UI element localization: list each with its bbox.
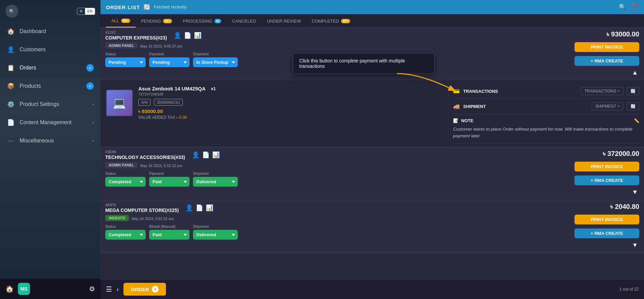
tab-processing-badge: 42 [214, 19, 221, 23]
tab-pending-badge: 99+ [163, 19, 172, 23]
collapse-button-3[interactable]: ▼ [631, 240, 639, 250]
product-sn-badge[interactable]: S/N [138, 99, 150, 106]
search-button[interactable]: 🔍 [5, 5, 18, 18]
product-qty-1: x1 [211, 86, 216, 91]
shipment-label-1: Shipment [193, 52, 238, 56]
topbar-title: ORDER LIST [106, 4, 140, 10]
sidebar-item-products[interactable]: 📦 Products + [0, 77, 101, 95]
back-icon[interactable]: ‹ [117, 286, 119, 293]
sidebar-item-miscellaneous[interactable]: ⋯ Miscellaneous › [0, 132, 101, 150]
sidebar-item-label: Products [20, 83, 41, 89]
chevron-right-icon-2: › [92, 120, 94, 125]
sidebar-item-label: Customers [20, 47, 46, 53]
note-icon: 📝 [453, 118, 458, 123]
tab-under-review[interactable]: UNDER REVIEW [261, 15, 306, 27]
shipment-select-2[interactable]: Delivered In Store Pickup [193, 177, 238, 187]
order-tag-2: ADMIN PANEL [105, 162, 138, 168]
tabbar: ALL 99+ PENDING 99+ PROCESSING 42 CANCEL… [101, 14, 644, 28]
shipment-select-3[interactable]: Delivered In Store Pickup [193, 230, 238, 240]
order-user-icon-3: 👤 [186, 204, 193, 212]
tab-all[interactable]: ALL 99+ [106, 14, 136, 28]
note-edit-button[interactable]: ✏️ [634, 118, 639, 123]
order-card-3: #A975 MEGA COMPUTER STORE(#225) 👤 📄 📊 WE… [101, 200, 644, 253]
tab-all-label: ALL [111, 18, 119, 23]
sidebar-item-content-management[interactable]: 📄 Content Management › [0, 113, 101, 132]
tab-processing[interactable]: PROCESSING 42 [177, 15, 227, 27]
payment-select-3[interactable]: Paid Pending [149, 230, 190, 240]
order-card-2: #3E89 TECHNOLOGY ACCESSORIES(#33) 👤 📄 📊 … [101, 147, 644, 200]
status-select-2[interactable]: Completed Pending [105, 177, 146, 187]
refresh-icon[interactable]: 🔄 [143, 4, 151, 11]
rma-create-button-1[interactable]: + RMA CREATE [575, 56, 639, 66]
order-tag-1: ADMIN PANEL [105, 43, 138, 49]
order-plus-icon: + [152, 286, 159, 293]
transactions-refresh-button[interactable]: 🔄 [627, 87, 639, 95]
order-button[interactable]: ORDER + [123, 283, 166, 296]
order-date-3: May 16 2023, 3:01:31 am [132, 217, 174, 221]
note-title-text: NOTE [461, 118, 473, 123]
order-right-panel-1: 💳 TRANSACTIONS TRANSACTIONS + 🔄 🚚 SHIPME… [448, 80, 644, 147]
truck-icon: 🚚 [453, 103, 460, 110]
print-invoice-button-1[interactable]: PRINT INVOICE [575, 42, 639, 52]
order-name-1: COMPUTER EXPRESS(#23) [105, 35, 167, 40]
order-date-2: May 18 2023, 5:52:12 pm [140, 164, 183, 168]
tab-pending-label: PENDING [141, 19, 161, 24]
orders-icon: 📋 [7, 64, 15, 72]
tab-canceled[interactable]: CANCELED [227, 15, 261, 27]
sidebar-item-dashboard[interactable]: 🏠 Dashboard [0, 22, 101, 40]
sidebar-item-label: Miscellaneous [20, 138, 54, 144]
order-chart-icon-1: 📊 [194, 32, 201, 39]
tab-all-badge: 99+ [121, 19, 130, 23]
search-icon: 🔍 [9, 9, 15, 14]
collapse-button-1[interactable]: ▲ [631, 68, 639, 78]
product-settings-icon: ⚙️ [7, 101, 15, 108]
rma-create-button-2[interactable]: + RMA CREATE [575, 175, 639, 185]
collapse-button-2[interactable]: ▼ [631, 187, 639, 197]
help-icon[interactable]: ❓ [631, 3, 639, 11]
product-vat-1: VALUE ADDED TAX ৳ 0.00 [138, 115, 443, 120]
product-name-1: Asus Zenbook 14 UM425QA [138, 86, 205, 91]
tab-completed[interactable]: COMPLETED 99+ [306, 15, 356, 27]
bottom-home-icon[interactable]: 🏠 [5, 285, 14, 293]
print-invoice-button-2[interactable]: PRINT INVOICE [575, 162, 639, 171]
sidebar-item-orders[interactable]: 📋 Orders + [0, 59, 101, 77]
note-text: Customer wants to place Order without pa… [453, 126, 639, 139]
order-amount-1: ৳ 93000.00 [607, 30, 639, 38]
hamburger-icon[interactable]: ☰ [106, 285, 112, 293]
order-row-3: #A975 MEGA COMPUTER STORE(#225) 👤 📄 📊 WE… [101, 200, 644, 253]
main-content: ORDER LIST 🔄 Fetched recently 🔍 ❓ ALL 99… [101, 0, 644, 299]
sidebar-item-product-settings[interactable]: ⚙️ Product Settings › [0, 95, 101, 113]
language-switcher[interactable]: বাং EN [77, 8, 95, 15]
payment-select-1[interactable]: Pending Paid [149, 57, 190, 67]
search-topbar-icon[interactable]: 🔍 [619, 3, 626, 11]
products-add-button[interactable]: + [86, 82, 94, 90]
sidebar-item-customers[interactable]: 👤 Customers [0, 40, 101, 59]
shipment-select-1[interactable]: In Store Pickup Delivered [193, 57, 238, 67]
lang-en[interactable]: EN [85, 8, 95, 15]
shipment-refresh-button[interactable]: 🔄 [627, 102, 639, 110]
rma-create-button-3[interactable]: + RMA CREATE [575, 228, 639, 238]
sidebar-item-label: Content Management [20, 119, 72, 126]
shipment-add-button[interactable]: SHIPMENT + [592, 102, 623, 110]
product-thumbnail-1: 💻 [106, 89, 133, 116]
order-user-icon-1: 👤 [174, 32, 181, 39]
sidebar-item-label: Dashboard [20, 28, 46, 34]
order-chart-icon-2: 📊 [212, 151, 220, 159]
status-label-1: Status [105, 52, 146, 56]
transactions-add-button[interactable]: TRANSACTIONS + [581, 87, 623, 95]
home-icon: 🏠 [7, 28, 15, 35]
product-price-1: ৳ 93000.00 [138, 108, 443, 114]
bottom-settings-icon[interactable]: ⚙ [89, 285, 95, 293]
customers-icon: 👤 [7, 46, 15, 53]
order-id-1: #122C [105, 30, 167, 34]
order-doc-icon-1: 📄 [184, 32, 191, 39]
orders-add-button[interactable]: + [86, 64, 94, 72]
avatar[interactable]: MS [18, 283, 30, 295]
lang-bn[interactable]: বাং [77, 8, 85, 15]
tab-pending[interactable]: PENDING 99+ [136, 15, 177, 27]
payment-select-2[interactable]: Paid Pending [149, 177, 190, 187]
status-select-3[interactable]: Completed Pending [105, 230, 146, 240]
print-invoice-button-3[interactable]: PRINT INVOICE [575, 215, 639, 224]
tab-completed-label: COMPLETED [312, 19, 339, 24]
status-select-1[interactable]: Pending Completed Canceled [105, 57, 146, 67]
